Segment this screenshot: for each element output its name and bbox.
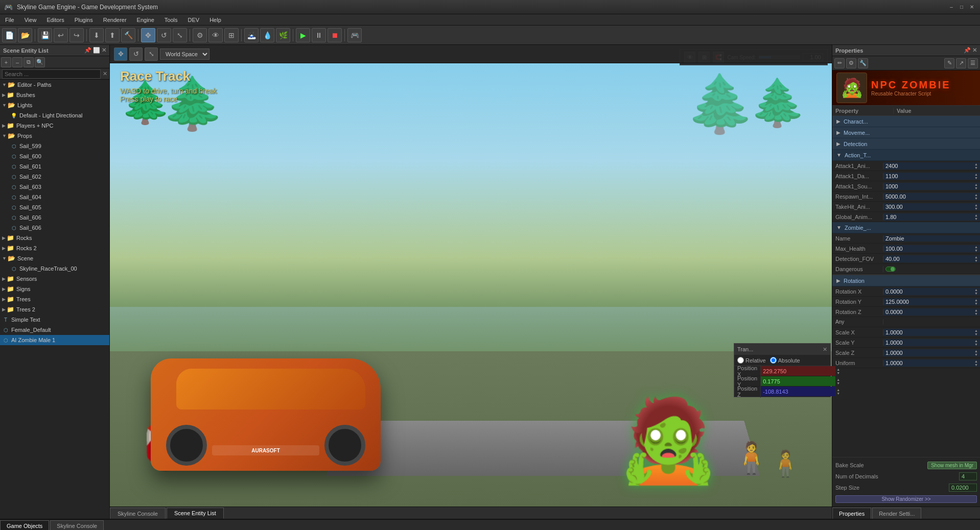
tree-item-sail600[interactable]: ⬡ Sail_600 xyxy=(0,151,109,161)
tree-item-default-light[interactable]: 💡 Default - Light Directional xyxy=(0,110,109,121)
panel-expand-icon[interactable]: ⬜ xyxy=(93,47,100,54)
minimize-btn[interactable]: – xyxy=(947,3,955,11)
prop-value[interactable]: 1100 ▲▼ xyxy=(883,173,980,180)
move-tool[interactable]: ✥ xyxy=(141,28,155,42)
tab-game-objects[interactable]: Game Objects xyxy=(0,520,49,530)
prop-value[interactable]: 40.00 ▲▼ xyxy=(883,255,980,262)
stepper[interactable]: ▲▼ xyxy=(974,173,978,180)
show-randomizer-btn[interactable]: Show Randomizer >> xyxy=(835,495,977,503)
pos-y-input[interactable] xyxy=(761,376,835,386)
menu-help[interactable]: Help xyxy=(204,16,226,24)
tree-item-sensors[interactable]: ▶ 📁 Sensors xyxy=(0,274,109,284)
grid-btn[interactable]: ⊞ xyxy=(224,28,239,42)
search-clear-icon[interactable]: ✕ xyxy=(103,70,107,77)
tree-item-sail606a[interactable]: ⬡ Sail_606 xyxy=(0,212,109,223)
open-btn[interactable]: 📂 xyxy=(18,28,32,42)
settings-btn[interactable]: ⚙ xyxy=(193,28,207,42)
absolute-radio[interactable] xyxy=(770,357,777,364)
tab-console[interactable]: Skyline Console xyxy=(50,520,104,530)
step-size-input[interactable] xyxy=(949,484,977,492)
menu-editors[interactable]: Editors xyxy=(41,16,69,24)
menu-plugins[interactable]: Plugins xyxy=(69,16,98,24)
import-btn[interactable]: ⬇ xyxy=(89,28,104,42)
scale-tool[interactable]: ⤡ xyxy=(173,28,187,42)
add-entity-btn[interactable]: + xyxy=(1,57,11,67)
stepper[interactable]: ▲▼ xyxy=(974,213,978,221)
prop-settings-btn[interactable]: ☰ xyxy=(968,58,978,68)
view-btn[interactable]: 👁 xyxy=(208,28,223,42)
prop-edit-btn[interactable]: ✎ xyxy=(944,58,954,68)
menu-file[interactable]: File xyxy=(0,16,19,24)
tree-item-trees[interactable]: ▶ 📁 Trees xyxy=(0,294,109,304)
tree-item-skyline-racetrack[interactable]: ⬡ Skyline_RaceTrack_00 xyxy=(0,263,109,274)
stepper[interactable]: ▲▼ xyxy=(974,193,978,200)
num-decimals-input[interactable] xyxy=(959,472,977,480)
viewport[interactable]: ✥ ↺ ⤡ World Space Local Space 🚗 xyxy=(110,45,832,507)
new-btn[interactable]: 📄 xyxy=(2,28,16,42)
prop-value[interactable]: 1.0000 ▲▼ xyxy=(883,349,980,356)
tree-item-props[interactable]: ▼ 📂 Props xyxy=(0,131,109,141)
prop-close-icon[interactable]: ✕ xyxy=(972,47,977,54)
duplicate-btn[interactable]: ⧉ xyxy=(24,57,34,67)
stepper[interactable]: ▲▼ xyxy=(974,288,978,295)
prop-tool3[interactable]: 🔧 xyxy=(858,58,868,68)
tree-item-trees2[interactable]: ▶ 📁 Trees 2 xyxy=(0,304,109,315)
show-mesh-btn[interactable]: Show mesh in Mgr xyxy=(927,462,977,469)
prop-pin-icon[interactable]: 📌 xyxy=(964,47,971,54)
prop-value[interactable]: Zombie xyxy=(883,235,980,242)
delete-entity-btn[interactable]: – xyxy=(12,57,22,67)
tree-item-rocks2[interactable]: ▶ 📁 Rocks 2 xyxy=(0,243,109,253)
tree-item-sail605[interactable]: ⬡ Sail_605 xyxy=(0,202,109,212)
section-movement[interactable]: ▶ Moveme... xyxy=(832,127,980,138)
tree-item-sail603[interactable]: ⬡ Sail_603 xyxy=(0,182,109,192)
menu-engine[interactable]: Engine xyxy=(132,16,159,24)
pos-z-input[interactable] xyxy=(761,387,835,396)
stepper[interactable]: ▲▼ xyxy=(974,308,978,316)
section-action[interactable]: ▼ Action_T... xyxy=(832,150,980,161)
section-character[interactable]: ▶ Charact... xyxy=(832,116,980,127)
transform-scale-btn[interactable]: ⤡ xyxy=(145,47,158,61)
build-btn[interactable]: 🔨 xyxy=(121,28,135,42)
transform-close-icon[interactable]: ✕ xyxy=(823,346,827,353)
stepper[interactable]: ▲▼ xyxy=(974,329,978,336)
tree-item-bushes[interactable]: ▶ 📁 Bushes xyxy=(0,90,109,100)
prop-value[interactable]: 2400 ▲ ▼ xyxy=(883,162,980,170)
tree-item-lights[interactable]: ▼ 📂 Lights xyxy=(0,100,109,110)
search-entity-btn[interactable]: 🔍 xyxy=(35,57,45,67)
tab-skyline-console[interactable]: Skyline Console xyxy=(110,508,166,519)
water-btn[interactable]: 💧 xyxy=(260,28,274,42)
transform-move-btn[interactable]: ✥ xyxy=(114,47,127,61)
panel-close-icon[interactable]: ✕ xyxy=(102,47,106,54)
save-btn[interactable]: 💾 xyxy=(38,28,52,42)
stepper[interactable]: ▲▼ xyxy=(974,183,978,190)
section-transform-inline[interactable]: ▶ Rotation xyxy=(832,275,980,286)
dangerous-toggle[interactable] xyxy=(885,267,896,272)
pos-x-stepper[interactable]: ▲▼ xyxy=(835,368,841,375)
pos-z-stepper[interactable]: ▲▼ xyxy=(835,388,841,395)
rotate-tool[interactable]: ↺ xyxy=(157,28,171,42)
stepper[interactable]: ▲▼ xyxy=(974,359,978,367)
prop-tool2[interactable]: ⚙ xyxy=(846,58,856,68)
menu-dev[interactable]: DEV xyxy=(183,16,205,24)
redo-btn[interactable]: ↪ xyxy=(69,28,84,42)
prop-value[interactable]: 125.0000 ▲▼ xyxy=(883,298,980,305)
space-dropdown[interactable]: World Space Local Space xyxy=(160,49,209,60)
tab-properties[interactable]: Properties xyxy=(832,508,871,519)
undo-btn[interactable]: ↩ xyxy=(54,28,68,42)
prop-value[interactable]: 1.0000 ▲▼ xyxy=(883,329,980,336)
section-zombie[interactable]: ▼ Zombie_... xyxy=(832,222,980,233)
menu-view[interactable]: View xyxy=(19,16,42,24)
relative-radio[interactable] xyxy=(737,357,744,364)
pos-y-stepper[interactable]: ▲▼ xyxy=(835,378,841,385)
section-detection[interactable]: ▶ Detection xyxy=(832,138,980,150)
tree-item-sail606b[interactable]: ⬡ Sail_606 xyxy=(0,223,109,233)
tree-item-editor-paths[interactable]: ▼ 📂 Editor - Paths xyxy=(0,80,109,90)
terrain-btn[interactable]: 🗻 xyxy=(244,28,259,42)
tree-item-scene[interactable]: ▼ 📂 Scene xyxy=(0,253,109,263)
prop-value[interactable]: 5000.00 ▲▼ xyxy=(883,193,980,200)
stepper-up[interactable]: ▲ ▼ xyxy=(974,162,978,170)
transform-rotate-btn[interactable]: ↺ xyxy=(129,47,143,61)
prop-value[interactable]: 0.0000 ▲▼ xyxy=(883,288,980,295)
gamepad-btn[interactable]: 🎮 xyxy=(347,28,362,42)
menu-tools[interactable]: Tools xyxy=(159,16,183,24)
